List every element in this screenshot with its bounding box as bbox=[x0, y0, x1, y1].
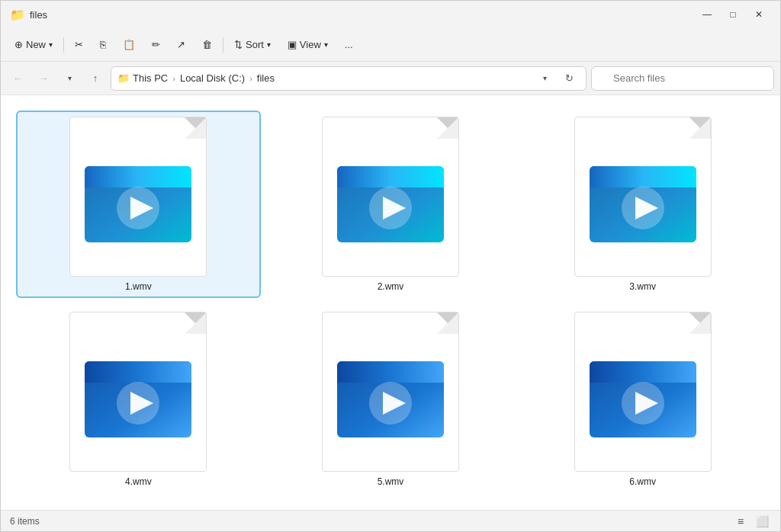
up-button[interactable]: ↑ bbox=[85, 68, 106, 89]
breadcrumb-arrow-2: › bbox=[249, 74, 252, 83]
file-label: 5.wmv bbox=[378, 476, 404, 487]
forward-button[interactable]: → bbox=[33, 68, 54, 89]
sort-button[interactable]: ⇅ Sort ▾ bbox=[227, 33, 278, 57]
file-label: 3.wmv bbox=[629, 281, 656, 292]
file-item[interactable]: 5.wmv bbox=[268, 306, 513, 493]
sort-chevron-icon: ▾ bbox=[267, 40, 271, 49]
wmv-icon bbox=[333, 151, 448, 250]
more-icon: ... bbox=[345, 39, 353, 50]
paste-button[interactable]: 📋 bbox=[115, 33, 143, 57]
file-label: 6.wmv bbox=[629, 476, 656, 487]
file-item[interactable]: 4.wmv bbox=[16, 306, 261, 493]
breadcrumb: 📁 This PC › Local Disk (C:) › files bbox=[117, 72, 275, 84]
copy-icon: ⎘ bbox=[100, 39, 106, 50]
view-toggles: ≡ ⬜ bbox=[731, 513, 771, 530]
share-icon: ↗ bbox=[177, 39, 185, 50]
svg-rect-27 bbox=[590, 373, 696, 383]
wmv-icon bbox=[81, 346, 195, 445]
file-label: 1.wmv bbox=[125, 281, 152, 292]
window-title: files bbox=[30, 9, 47, 21]
address-bar: ← → ▾ ↑ 📁 This PC › Local Disk (C:) › fi… bbox=[1, 62, 780, 95]
file-thumbnail bbox=[69, 312, 207, 472]
file-thumbnail bbox=[322, 117, 459, 277]
recent-locations-button[interactable]: ▾ bbox=[59, 68, 80, 89]
file-label: 2.wmv bbox=[378, 281, 404, 292]
file-grid: 1.wmv bbox=[8, 103, 773, 501]
file-thumbnail bbox=[574, 312, 712, 472]
refresh-button[interactable]: ↻ bbox=[558, 68, 580, 89]
file-label: 4.wmv bbox=[125, 476, 152, 487]
new-chevron-icon: ▾ bbox=[49, 40, 53, 49]
breadcrumb-localdisk: Local Disk (C:) bbox=[180, 72, 245, 84]
rename-button[interactable]: ✏ bbox=[144, 33, 168, 57]
breadcrumb-arrow-1: › bbox=[172, 74, 175, 83]
svg-rect-22 bbox=[337, 373, 444, 383]
breadcrumb-thispc: This PC bbox=[133, 72, 168, 84]
delete-icon: 🗑 bbox=[202, 39, 212, 50]
status-bar: 6 items ≡ ⬜ bbox=[1, 510, 780, 531]
svg-rect-2 bbox=[85, 178, 191, 187]
copy-button[interactable]: ⎘ bbox=[92, 33, 114, 57]
back-button[interactable]: ← bbox=[7, 68, 28, 89]
file-thumbnail bbox=[69, 117, 207, 277]
item-count: 6 items bbox=[10, 516, 40, 527]
file-item[interactable]: 3.wmv bbox=[520, 111, 765, 298]
cut-button[interactable]: ✂ bbox=[67, 33, 91, 57]
search-input[interactable] bbox=[591, 66, 774, 91]
file-item[interactable]: 2.wmv bbox=[268, 111, 513, 298]
toolbar-divider-1 bbox=[63, 37, 64, 53]
folder-icon: 📁 bbox=[10, 8, 25, 22]
close-button[interactable]: ✕ bbox=[747, 5, 771, 24]
address-input[interactable]: 📁 This PC › Local Disk (C:) › files ▾ ↻ bbox=[111, 66, 587, 91]
breadcrumb-files: files bbox=[257, 72, 275, 84]
file-thumbnail bbox=[322, 312, 459, 472]
view-icon: ▣ bbox=[288, 39, 297, 50]
minimize-button[interactable]: — bbox=[695, 5, 719, 24]
view-chevron-icon: ▾ bbox=[324, 40, 328, 49]
wmv-icon bbox=[586, 346, 700, 445]
toolbar: ⊕ New ▾ ✂ ⎘ 📋 ✏ ↗ 🗑 ⇅ Sort ▾ ▣ View ▾ ..… bbox=[1, 28, 780, 62]
folder-breadcrumb-icon: 📁 bbox=[117, 72, 130, 84]
wmv-icon bbox=[81, 151, 195, 250]
address-dropdown-button[interactable]: ▾ bbox=[534, 68, 555, 89]
grid-view-button[interactable]: ⬜ bbox=[753, 513, 771, 530]
maximize-button[interactable]: □ bbox=[721, 5, 745, 24]
sort-icon: ⇅ bbox=[234, 39, 243, 50]
file-thumbnail bbox=[574, 117, 712, 277]
rename-icon: ✏ bbox=[152, 39, 160, 50]
details-view-button[interactable]: ≡ bbox=[731, 513, 750, 530]
svg-rect-17 bbox=[85, 373, 191, 383]
file-item[interactable]: 1.wmv bbox=[16, 111, 261, 298]
svg-rect-12 bbox=[590, 178, 696, 187]
view-button[interactable]: ▣ View ▾ bbox=[280, 33, 336, 57]
paste-icon: 📋 bbox=[123, 39, 135, 50]
title-bar: 📁 files — □ ✕ bbox=[1, 1, 780, 28]
more-button[interactable]: ... bbox=[337, 33, 361, 57]
wmv-icon bbox=[333, 346, 448, 445]
toolbar-divider-2 bbox=[223, 37, 223, 53]
svg-rect-7 bbox=[337, 178, 444, 187]
search-wrapper: 🔍 bbox=[591, 66, 774, 91]
wmv-icon bbox=[586, 151, 700, 250]
file-item[interactable]: 6.wmv bbox=[520, 306, 765, 493]
share-button[interactable]: ↗ bbox=[169, 33, 193, 57]
delete-button[interactable]: 🗑 bbox=[194, 33, 220, 57]
new-icon: ⊕ bbox=[14, 39, 23, 50]
cut-icon: ✂ bbox=[75, 39, 83, 50]
main-content: 1.wmv bbox=[1, 95, 780, 510]
new-button[interactable]: ⊕ New ▾ bbox=[7, 33, 60, 57]
